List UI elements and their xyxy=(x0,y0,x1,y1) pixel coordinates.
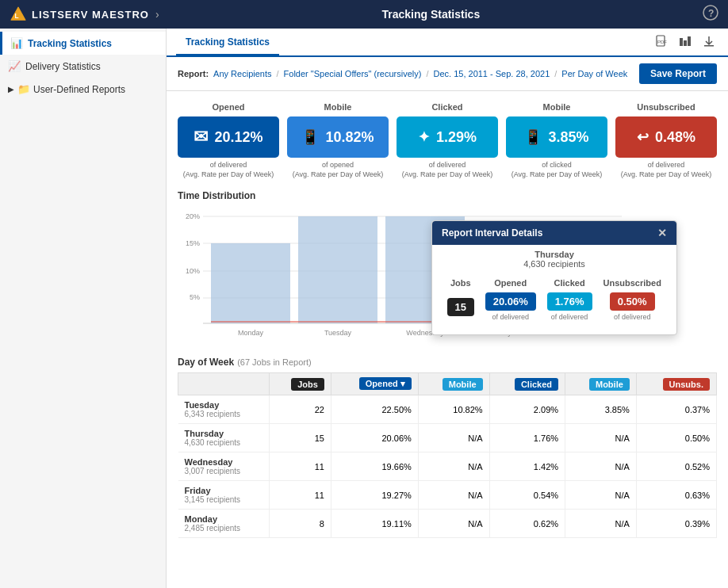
export-pdf-icon[interactable]: PDF xyxy=(652,33,671,52)
nav-left: L LISTSERV MAESTRO › xyxy=(10,6,159,23)
tooltip-popup: Report Interval Details ✕ Thursday 4,630… xyxy=(431,220,677,335)
download-icon[interactable] xyxy=(699,33,718,52)
folder-arrow-icon: ▶ xyxy=(8,85,14,94)
cell-unsubs: 0.50% xyxy=(636,424,716,452)
th-name xyxy=(178,373,270,395)
export-chart-icon[interactable] xyxy=(676,33,695,52)
cell-opened: 19.66% xyxy=(331,452,418,481)
cell-mobile-c: N/A xyxy=(565,510,637,538)
tooltip-data-row: 15 20.06% of delivered 1.76% xyxy=(442,289,667,325)
cell-clicked: 0.62% xyxy=(489,510,565,538)
jobs-badge: Jobs xyxy=(291,378,324,391)
filter-bar: Report: Any Recipients / Folder "Special… xyxy=(167,57,728,91)
cell-clicked: 0.54% xyxy=(489,481,565,510)
stat-sub-clicked: of delivered(Avg. Rate per Day of Week) xyxy=(397,161,498,179)
cell-mobile-o: N/A xyxy=(418,481,489,510)
cell-opened: 19.27% xyxy=(331,481,418,510)
stat-card-mobile-clicked: Mobile 📱 3.85% of clicked(Avg. Rate per … xyxy=(506,102,607,179)
svg-text:Monday: Monday xyxy=(238,329,264,337)
tooltip-jobs-badge: 15 xyxy=(447,298,474,316)
cell-jobs: 15 xyxy=(270,424,331,452)
table-header-row: Jobs Opened ▾ Mobile Clicked Mobile Unsu… xyxy=(178,373,717,395)
sidebar-item-tracking-statistics[interactable]: 📊 Tracking Statistics xyxy=(0,32,166,55)
stat-card-mobile-opened: Mobile 📱 10.82% of opened(Avg. Rate per … xyxy=(287,102,389,179)
filter-recipients[interactable]: Any Recipients xyxy=(213,69,271,78)
clicked-badge: Clicked xyxy=(515,378,558,391)
data-table: Jobs Opened ▾ Mobile Clicked Mobile Unsu… xyxy=(178,372,717,538)
cell-unsubs: 0.37% xyxy=(636,395,716,424)
svg-text:?: ? xyxy=(708,8,714,19)
tab-tracking-statistics[interactable]: Tracking Statistics xyxy=(176,30,279,56)
svg-rect-19 xyxy=(211,243,290,323)
stat-label-mobile-clicked: Mobile xyxy=(506,102,607,112)
sidebar-item-delivery-statistics[interactable]: 📈 Delivery Statistics xyxy=(0,55,166,78)
stat-value-mobile-opened: 10.82% xyxy=(325,129,374,146)
svg-text:15%: 15% xyxy=(186,239,200,247)
cell-jobs: 22 xyxy=(270,395,331,424)
svg-text:L: L xyxy=(14,13,19,20)
cell-name: Friday 3,145 recipients xyxy=(178,481,270,510)
table-row: Monday 2,485 recipients 8 19.11% N/A 0.6… xyxy=(178,510,717,538)
tooltip-unsub-value: 0.50% of delivered xyxy=(597,289,667,325)
th-mobile-opened: Mobile xyxy=(418,373,489,395)
svg-text:5%: 5% xyxy=(190,293,200,301)
filter-period[interactable]: Per Day of Week xyxy=(561,69,627,78)
cell-jobs: 8 xyxy=(270,510,331,538)
svg-rect-9 xyxy=(704,45,714,47)
app-logo[interactable]: L LISTSERV MAESTRO xyxy=(10,6,149,23)
stat-value-opened: 20.12% xyxy=(214,129,262,146)
tooltip-clicked-sub: of delivered xyxy=(551,313,588,321)
cell-mobile-o: 10.82% xyxy=(418,395,489,424)
page-title: Tracking Statistics xyxy=(159,8,703,21)
svg-rect-20 xyxy=(298,216,377,323)
help-button[interactable]: ? xyxy=(703,5,718,24)
tooltip-title: Report Interval Details xyxy=(442,227,542,239)
tooltip-col-clicked: Clicked xyxy=(542,277,598,289)
filter-folder[interactable]: Folder "Special Offers" (recursively) xyxy=(284,69,422,78)
cell-mobile-c: 3.85% xyxy=(565,395,637,424)
cell-clicked: 2.09% xyxy=(489,395,565,424)
svg-rect-7 xyxy=(684,40,687,46)
cell-unsubs: 0.52% xyxy=(636,452,716,481)
tooltip-opened-badge: 20.06% xyxy=(485,292,536,311)
svg-rect-6 xyxy=(680,38,683,46)
mobile-opened-icon: 📱 xyxy=(301,128,319,146)
tooltip-col-opened: Opened xyxy=(480,277,542,289)
filter-date-range[interactable]: Dec. 15, 2011 - Sep. 28, 2021 xyxy=(434,69,550,78)
mobile-clicked-icon: 📱 xyxy=(524,128,542,146)
sidebar-item-user-defined-reports[interactable]: ▶ 📁 User-Defined Reports xyxy=(0,78,166,101)
tooltip-clicked-value: 1.76% of delivered xyxy=(542,289,598,325)
tooltip-close-button[interactable]: ✕ xyxy=(657,227,667,239)
tooltip-day: Thursday 4,630 recipients xyxy=(432,245,676,270)
click-icon: ✦ xyxy=(418,128,430,146)
unsubs-badge: Unsubs. xyxy=(663,378,710,391)
tooltip-jobs-value: 15 xyxy=(442,289,480,325)
content-area: Tracking Statistics PDF Report: Any Reci… xyxy=(167,29,728,588)
cell-jobs: 11 xyxy=(270,481,331,510)
unsub-icon: ↩ xyxy=(637,128,649,146)
table-section: Day of Week (67 Jobs in Report) Jobs Ope… xyxy=(167,350,728,588)
stat-box-unsubscribed: ↩ 0.48% xyxy=(615,116,717,158)
envelope-icon: ✉ xyxy=(193,127,208,147)
table-header: Day of Week (67 Jobs in Report) xyxy=(178,350,717,368)
th-jobs: Jobs xyxy=(270,373,331,395)
save-report-button[interactable]: Save Report xyxy=(639,63,717,84)
stat-card-clicked: Clicked ✦ 1.29% of delivered(Avg. Rate p… xyxy=(397,102,498,179)
table-title: Day of Week xyxy=(178,357,234,368)
tab-bar: Tracking Statistics PDF xyxy=(167,29,728,57)
tooltip-unsub-sub: of delivered xyxy=(614,313,651,321)
folder-icon: 📁 xyxy=(17,83,30,95)
opened-badge: Opened ▾ xyxy=(359,377,412,390)
svg-rect-8 xyxy=(688,36,691,46)
th-opened: Opened ▾ xyxy=(331,373,418,395)
tooltip-opened-sub: of delivered xyxy=(492,313,529,321)
th-unsubs: Unsubs. xyxy=(636,373,716,395)
mobile-clicked-badge: Mobile xyxy=(589,378,630,391)
content-scroll: Report: Any Recipients / Folder "Special… xyxy=(167,57,728,588)
cell-mobile-o: N/A xyxy=(418,424,489,452)
stat-label-clicked: Clicked xyxy=(397,102,498,112)
cell-clicked: 1.76% xyxy=(489,424,565,452)
cell-mobile-c: N/A xyxy=(565,424,637,452)
stat-box-opened: ✉ 20.12% xyxy=(178,116,279,158)
th-mobile-clicked: Mobile xyxy=(565,373,637,395)
